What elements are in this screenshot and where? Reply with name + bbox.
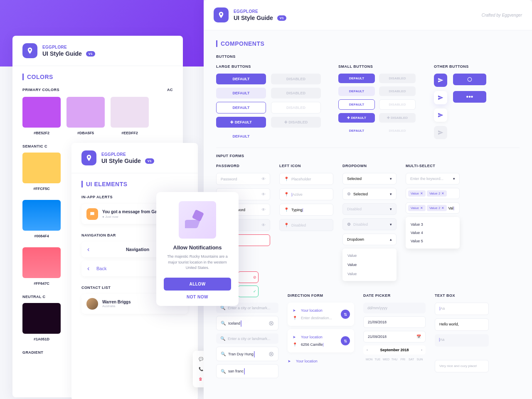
date-placeholder[interactable]: dd/mm/yyyy: [363, 303, 426, 313]
dropdown-option[interactable]: Value: [342, 260, 397, 269]
calendar-icon[interactable]: 📅: [416, 335, 421, 339]
swatch-dba5f5: [66, 97, 105, 128]
dropdown-option[interactable]: Value: [342, 251, 397, 260]
btn-small-icon-disabled: ✚ DISABLED: [379, 113, 416, 123]
lefticon-input-disabled: 📍Disabled: [279, 219, 333, 231]
caret-up-icon: ▴: [390, 237, 392, 241]
btn-small-default-outline[interactable]: DEFAULT: [338, 99, 375, 110]
textbox-review[interactable]: Very nice and cozy place!: [435, 360, 489, 372]
inputs-label: INPUT FORMS: [216, 154, 520, 158]
search-placeholder-2[interactable]: 🔍Enter a city or landmark...: [216, 333, 278, 344]
textbox-empty[interactable]: |Aa: [435, 303, 489, 315]
card-title: UI Style Guide V1: [42, 50, 95, 57]
swatch-ff647c: [22, 247, 61, 278]
dropdown-selected[interactable]: Selected▾: [342, 173, 397, 185]
date-filled[interactable]: 21/09/2018: [363, 316, 426, 328]
dropdown-selected-icon[interactable]: ⚙Selected▾: [342, 188, 397, 200]
lefticon-input-placeholder[interactable]: 📍Placeholder: [279, 173, 333, 185]
date-filled-icon[interactable]: 21/09/2018📅: [363, 331, 426, 342]
settings-icon: ⚙: [347, 192, 351, 196]
multiselect-tags[interactable]: Value✕Value 2✕: [406, 188, 460, 199]
dropdown-option[interactable]: Value: [342, 269, 397, 278]
search-sanfranc[interactable]: 🔍san franc|: [216, 364, 278, 378]
input-success-partial[interactable]: ✓: [238, 286, 259, 297]
password-input-placeholder[interactable]: Password👁: [216, 173, 270, 185]
pin-icon: 📍: [284, 177, 289, 181]
btn-large-disabled: DISABLED: [271, 88, 321, 99]
search-iceland[interactable]: 🔍Iceland|⊗: [216, 316, 278, 330]
direction-form-simple[interactable]: ➤Your location: [288, 356, 354, 367]
close-icon[interactable]: ✕: [441, 206, 444, 210]
multiselect-typing[interactable]: Value✕Value 2✕Val|: [406, 202, 460, 214]
textbox-hello[interactable]: Hello world,: [435, 318, 489, 331]
iconbtn-send-primary[interactable]: [434, 74, 447, 87]
pin-icon: 📍: [284, 207, 289, 212]
close-icon[interactable]: ✕: [420, 192, 423, 195]
widebtn-circle[interactable]: [453, 74, 486, 85]
multiselect-option[interactable]: Value 5: [411, 237, 455, 245]
btn-large-icon-disabled: ✚ DISABLED: [271, 117, 321, 128]
input-error-partial[interactable]: ⊘: [238, 271, 259, 283]
btn-large-disabled: DISABLED: [271, 74, 321, 84]
svg-rect-1: [185, 220, 200, 228]
clear-icon[interactable]: ⊗: [268, 319, 274, 327]
eye-off-icon[interactable]: 👁: [261, 207, 266, 212]
close-icon[interactable]: ✕: [441, 192, 444, 195]
iconbtn-send-disabled: [434, 126, 447, 139]
search-icon: 🔍: [220, 305, 225, 310]
btn-large-default-primary[interactable]: DEFAULT: [216, 74, 266, 84]
chevron-right-icon[interactable]: ›: [421, 348, 422, 352]
chevron-left-icon[interactable]: ‹: [367, 348, 368, 352]
btn-small-ghost-disabled: DISABLED: [379, 126, 416, 135]
btn-small-default-soft[interactable]: DEFAULT: [338, 86, 375, 96]
chevron-left-icon[interactable]: ‹: [87, 246, 93, 253]
close-icon[interactable]: ✕: [420, 206, 423, 210]
chevron-left-icon[interactable]: ‹: [87, 265, 93, 272]
pin-icon: 📍: [284, 223, 289, 227]
textbox-soft-empty[interactable]: |Aa: [435, 334, 489, 347]
crafted-by: Crafted by Eggvenger: [482, 13, 522, 17]
multiselect-placeholder[interactable]: Enter the keyword...▾: [406, 173, 460, 185]
lefticon-input-typing[interactable]: 📍Typing|: [279, 204, 333, 216]
btn-small-default-primary[interactable]: DEFAULT: [338, 74, 375, 83]
chat-icon: [86, 208, 98, 220]
swap-icon[interactable]: ⇅: [341, 336, 350, 345]
clear-icon[interactable]: ⊗: [268, 350, 274, 358]
modal-title: Allow Notifications: [164, 244, 231, 251]
btn-small-icon-default[interactable]: ✚ DEFAULT: [338, 113, 375, 123]
search-icon: 🔍: [220, 336, 225, 341]
not-now-link[interactable]: NOT NOW: [164, 295, 231, 299]
multiselect-option[interactable]: Value 3: [411, 220, 455, 229]
colors-section-title: COLORS: [22, 74, 173, 80]
dropdown-disabled: Disabled▾: [342, 203, 397, 215]
multiselect-option[interactable]: Value 4: [411, 229, 455, 237]
dropdown-open[interactable]: Dropdown▴: [342, 234, 397, 245]
btn-large-icon-default[interactable]: ✚ DEFAULT: [216, 117, 266, 128]
btn-small-ghost[interactable]: DEFAULT: [338, 126, 375, 135]
trash-icon: 🗑: [199, 377, 202, 381]
direction-form-empty[interactable]: ➤Your location 📍Enter destination... ⇅: [288, 303, 354, 326]
swatch-1a051d: [22, 303, 61, 334]
card-title: UI Style Guide V1: [234, 15, 286, 21]
notifications-illustration: [179, 201, 216, 239]
calendar-nav: ‹ September 2018 ›: [363, 345, 426, 355]
iconbtn-send-plain[interactable]: [434, 108, 447, 122]
eye-icon[interactable]: 👁: [261, 177, 266, 181]
search-tranduyhung[interactable]: 🔍Tran Duy Hung|⊗: [216, 347, 278, 361]
dropdown-disabled-icon: ⚙Disabled▾: [342, 218, 397, 230]
btn-large-ghost[interactable]: DEFAULT: [216, 131, 266, 142]
direction-form-filled[interactable]: ➤Your location 📍6256 Camille| ⇅: [288, 329, 354, 352]
eye-icon[interactable]: 👁: [261, 192, 266, 197]
allow-button[interactable]: ALLOW: [164, 278, 231, 291]
caret-down-icon: ▾: [390, 177, 392, 181]
lefticon-input-active[interactable]: 📍|Active: [279, 188, 333, 200]
btn-large-default-outline[interactable]: DEFAULT: [216, 102, 266, 113]
iconbtn-send-soft[interactable]: [434, 91, 447, 104]
notifications-modal: Allow Notifications The majestic Rocky M…: [156, 192, 239, 306]
btn-large-disabled-outline: DISABLED: [271, 102, 321, 113]
phone-icon: 📞: [199, 367, 203, 371]
brand-text: EGGPLORE: [234, 9, 286, 14]
widebtn-dots[interactable]: •••: [453, 91, 486, 103]
btn-large-default-soft[interactable]: DEFAULT: [216, 88, 266, 99]
swap-icon[interactable]: ⇅: [341, 310, 350, 319]
